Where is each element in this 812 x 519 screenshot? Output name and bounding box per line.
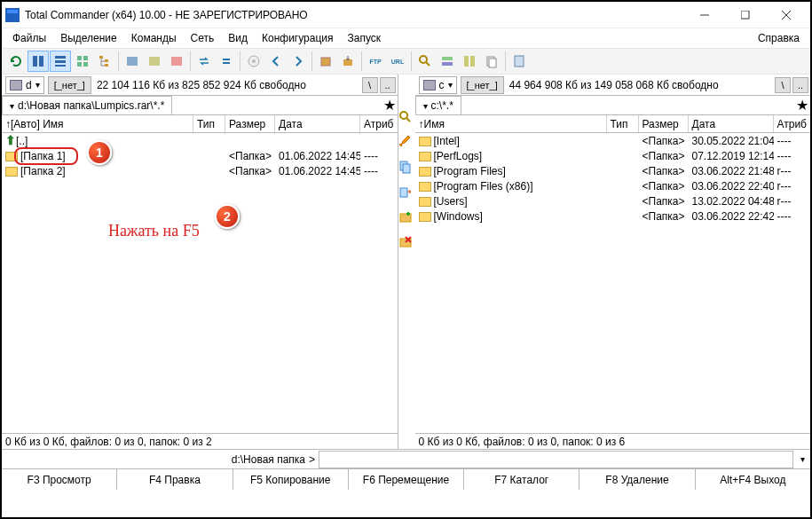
back-icon[interactable] [265, 51, 287, 72]
file-row[interactable]: ⬆[..] [2, 133, 398, 148]
view-full-icon[interactable] [50, 51, 71, 72]
file-row[interactable]: [PerfLogs]<Папка>07.12.2019 12:14---- [415, 148, 811, 163]
col-type[interactable]: Тип [607, 115, 639, 132]
altf4-exit-button[interactable]: Alt+F4 Выход [696, 469, 810, 490]
disk-icon [10, 80, 22, 90]
left-up-button[interactable]: .. [380, 77, 396, 93]
col-size[interactable]: Размер [225, 115, 275, 132]
svg-rect-11 [77, 62, 82, 67]
f6-move-button[interactable]: F6 Перемещение [349, 469, 464, 490]
menu-selection[interactable]: Выделение [53, 30, 124, 46]
copy-icon[interactable] [398, 160, 414, 176]
menu-files[interactable]: Файлы [5, 30, 53, 46]
right-path-tab[interactable]: ▾ c:\*.* [415, 96, 461, 114]
svg-rect-1 [741, 11, 749, 19]
left-favorites-button[interactable]: ★ [382, 96, 398, 114]
menu-view[interactable]: Вид [221, 30, 255, 46]
left-path-tab[interactable]: ▾ d:\Новая папка\Lumpics.rar\*.* [2, 96, 172, 114]
left-drive-selector[interactable]: d ▾ [5, 76, 44, 94]
svg-rect-8 [55, 65, 66, 67]
f7-mkdir-button[interactable]: F7 Каталог [464, 469, 579, 490]
file-row[interactable]: [Intel]<Папка>30.05.2022 21:04---- [415, 133, 811, 148]
f8-delete-button[interactable]: F8 Удаление [579, 469, 695, 490]
move-icon[interactable] [398, 185, 414, 201]
right-drive-bar: c ▾ [_нет_] 44 964 908 Кб из 149 058 068… [415, 75, 811, 96]
show-all-icon[interactable] [122, 51, 143, 72]
file-row[interactable]: [Users]<Папка>13.02.2022 04:48r--- [415, 193, 811, 208]
callout-2: 2 [215, 204, 240, 229]
copy-names-icon[interactable] [481, 51, 502, 72]
folder-icon [419, 212, 431, 222]
right-root-button[interactable]: \ [775, 77, 791, 93]
view-thumbs-icon[interactable] [72, 51, 93, 72]
search-icon[interactable] [414, 51, 436, 72]
disk-icon [423, 80, 436, 90]
svg-rect-6 [55, 56, 66, 59]
right-drive-selector[interactable]: c ▾ [419, 76, 457, 94]
show-custom-icon[interactable] [166, 51, 187, 72]
forward-icon[interactable] [288, 51, 309, 72]
delete-icon[interactable] [398, 234, 414, 250]
tree-icon[interactable] [94, 51, 115, 72]
new-folder-icon[interactable] [398, 209, 414, 225]
col-date[interactable]: Дата [275, 115, 360, 132]
left-header: ↑[Авто] Имя Тип Размер Дата Атриб [2, 115, 398, 133]
folder-icon [419, 167, 431, 177]
file-row[interactable]: [Папка 1]<Папка>01.06.2022 14:45---- [2, 148, 398, 163]
file-row[interactable]: [Папка 2]<Папка>01.06.2022 14:45---- [2, 163, 398, 178]
left-file-list[interactable]: 1 2 Нажать на F5 ⬆[..][Папка 1]<Папка>01… [2, 133, 398, 433]
svg-rect-28 [470, 56, 475, 67]
cd-icon[interactable] [243, 51, 264, 72]
right-path: c:\*.* [431, 99, 453, 112]
minimize-button[interactable] [684, 3, 725, 28]
menu-config[interactable]: Конфигурация [255, 30, 341, 46]
show-programs-icon[interactable] [144, 51, 165, 72]
menu-net[interactable]: Сеть [184, 30, 222, 46]
sync-dirs-icon[interactable] [459, 51, 480, 72]
menu-commands[interactable]: Команды [124, 30, 184, 46]
file-row[interactable]: [Program Files (x86)]<Папка>03.06.2022 2… [415, 178, 811, 193]
right-file-list[interactable]: [Intel]<Папка>30.05.2022 21:04----[PerfL… [415, 133, 811, 433]
unpack-icon[interactable] [337, 51, 359, 72]
left-root-button[interactable]: \ [362, 77, 378, 93]
f5-copy-button[interactable]: F5 Копирование [233, 469, 349, 490]
command-bar: d:\Новая папка > ▾ [2, 449, 810, 468]
col-attr[interactable]: Атриб [774, 115, 811, 132]
swap-panels-icon[interactable] [193, 51, 215, 72]
target-equals-source-icon[interactable] [216, 51, 237, 72]
svg-rect-14 [105, 59, 108, 62]
ftp-icon[interactable]: FTP [365, 51, 386, 72]
menu-run[interactable]: Запуск [341, 30, 389, 46]
col-size[interactable]: Размер [639, 115, 689, 132]
multi-rename-icon[interactable] [437, 51, 458, 72]
command-history-button[interactable]: ▾ [795, 454, 810, 464]
view-brief-icon[interactable] [28, 51, 49, 72]
edit-icon[interactable] [398, 135, 414, 151]
quick-view-icon[interactable] [398, 110, 414, 126]
f3-view-button[interactable]: F3 Просмотр [2, 469, 117, 490]
command-input[interactable] [319, 451, 793, 468]
folder-icon [5, 152, 18, 161]
col-name[interactable]: ↑[Авто] Имя [2, 115, 193, 132]
menu-help[interactable]: Справка [751, 30, 807, 46]
right-favorites-button[interactable]: ★ [794, 96, 810, 114]
file-row[interactable]: [Windows]<Папка>03.06.2022 22:42---- [415, 208, 811, 224]
notepad-icon[interactable] [508, 51, 530, 72]
left-drive-label[interactable]: [_нет_] [48, 76, 91, 94]
file-row[interactable]: [Program Files]<Папка>03.06.2022 21:48r-… [415, 163, 811, 178]
prompt: > [307, 453, 317, 466]
right-up-button[interactable]: .. [792, 77, 808, 93]
col-name[interactable]: ↑Имя [415, 115, 607, 132]
pack-icon[interactable] [315, 51, 336, 72]
close-button[interactable] [766, 3, 807, 28]
menu-bar: Файлы Выделение Команды Сеть Вид Конфигу… [2, 28, 810, 48]
url-icon[interactable]: URL [387, 51, 408, 72]
refresh-icon[interactable] [5, 51, 27, 72]
f4-edit-button[interactable]: F4 Правка [117, 469, 233, 490]
col-type[interactable]: Тип [193, 115, 225, 132]
right-drive-label[interactable]: [_нет_] [461, 76, 504, 94]
col-attr[interactable]: Атриб [360, 115, 398, 132]
right-drive-letter: c [439, 79, 445, 91]
maximize-button[interactable] [725, 3, 766, 28]
col-date[interactable]: Дата [689, 115, 774, 132]
